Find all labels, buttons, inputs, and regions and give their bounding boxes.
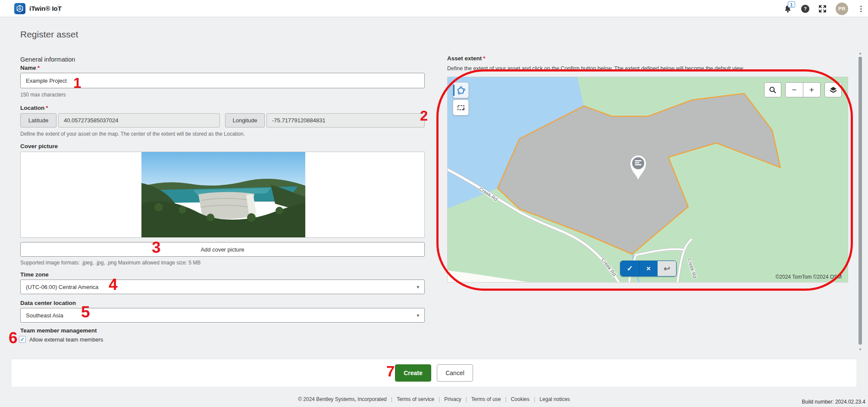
notifications-button[interactable]: 1 bbox=[783, 4, 792, 13]
scrollbar-thumb[interactable] bbox=[859, 57, 862, 345]
timezone-select[interactable]: (UTC-06:00) Central America ▾ bbox=[20, 280, 425, 294]
zoom-out-button[interactable]: − bbox=[786, 83, 803, 97]
layers-icon bbox=[829, 86, 837, 94]
cover-formats-helper: Supported image formats: .jpeg, .jpg, .p… bbox=[20, 260, 201, 266]
map-search-button[interactable] bbox=[764, 82, 781, 97]
more-menu-button[interactable]: ⋮ bbox=[857, 5, 865, 12]
longitude-value: -75.71779120884831 bbox=[266, 113, 425, 127]
longitude-label: Longitude bbox=[225, 113, 265, 127]
team-management-label: Team member management bbox=[20, 327, 97, 334]
name-label: Name* bbox=[20, 65, 40, 71]
datacenter-label: Data center location bbox=[20, 300, 76, 306]
annotation-6: 6 bbox=[9, 330, 18, 346]
question-icon: ? bbox=[804, 6, 807, 11]
page-title: Register asset bbox=[20, 29, 78, 40]
required-asterisk: * bbox=[483, 55, 485, 62]
annotation-7: 7 bbox=[386, 364, 395, 379]
cover-photo-dam-image bbox=[141, 152, 305, 237]
footer-link-legal-notices[interactable]: Legal notices bbox=[539, 396, 570, 402]
action-bar: Create Cancel bbox=[12, 359, 856, 387]
annotation-2: 2 bbox=[420, 109, 428, 123]
asset-extent-label: Asset extent* bbox=[447, 55, 486, 62]
required-asterisk: * bbox=[38, 65, 40, 71]
map-layers-button[interactable] bbox=[824, 82, 842, 97]
itwin-logo-icon[interactable] bbox=[14, 3, 25, 14]
latitude-value: 40.057273585037024 bbox=[58, 113, 220, 127]
allow-external-label: Allow external team members bbox=[29, 336, 103, 343]
extent-confirm-group: ✓ × ↩ bbox=[620, 261, 677, 277]
extent-undo-button[interactable]: ↩ bbox=[658, 261, 676, 276]
annotation-4: 4 bbox=[109, 277, 118, 292]
annotation-1: 1 bbox=[73, 76, 81, 90]
timezone-value: (UTC-06:00) Central America bbox=[26, 284, 98, 290]
asset-extent-helper: Define the extent of your asset and clic… bbox=[447, 65, 744, 71]
copyright-text: © 2024 Bentley Systems, Incorporated bbox=[298, 396, 387, 402]
cover-picture-label: Cover picture bbox=[20, 143, 58, 149]
timezone-label: Time zone bbox=[20, 271, 49, 278]
scroll-up-icon[interactable]: ▲ bbox=[857, 51, 863, 55]
search-icon bbox=[769, 86, 777, 94]
create-button[interactable]: Create bbox=[395, 364, 431, 382]
cover-picture-box bbox=[20, 152, 425, 238]
build-number: Build number: 2024.02.23.4 bbox=[802, 399, 865, 405]
zoom-in-button[interactable]: + bbox=[803, 83, 821, 97]
footer-link-terms-of-service[interactable]: Terms of service bbox=[397, 396, 434, 402]
annotation-3: 3 bbox=[152, 239, 161, 255]
map-canvas[interactable]: Creek Rd Creek Rd Creek Rd bbox=[448, 77, 848, 283]
map-zoom-control: − + bbox=[785, 82, 821, 97]
extent-cancel-button[interactable]: × bbox=[639, 261, 658, 276]
add-cover-picture-button[interactable]: Add cover picture bbox=[20, 242, 425, 257]
avatar[interactable]: PR bbox=[836, 3, 848, 15]
help-button[interactable]: ? bbox=[801, 5, 809, 13]
footer-link-terms-of-use[interactable]: Terms of use bbox=[471, 396, 501, 402]
page-footer: © 2024 Bentley Systems, Incorporated | T… bbox=[0, 387, 868, 407]
scroll-down-icon[interactable]: ▼ bbox=[857, 348, 863, 351]
allow-external-checkbox[interactable]: ✓ bbox=[19, 336, 26, 343]
location-helper: Define the extent of your asset on the m… bbox=[20, 131, 245, 137]
app-title: iTwin® IoT bbox=[29, 5, 62, 12]
datacenter-value: Southeast Asia bbox=[26, 312, 63, 319]
name-helper: 150 max characters bbox=[20, 92, 66, 98]
draw-polygon-tool-button[interactable] bbox=[453, 82, 469, 98]
chevron-down-icon: ▾ bbox=[417, 284, 419, 290]
footer-link-privacy[interactable]: Privacy bbox=[444, 396, 461, 402]
polygon-icon bbox=[457, 86, 465, 95]
extent-confirm-button[interactable]: ✓ bbox=[620, 261, 639, 276]
vertical-scrollbar[interactable]: ▲ ▼ bbox=[857, 51, 863, 351]
location-label: Location* bbox=[20, 105, 48, 111]
asset-extent-map[interactable]: Creek Rd Creek Rd Creek Rd bbox=[447, 77, 848, 283]
annotation-5: 5 bbox=[81, 304, 90, 320]
footer-link-cookies[interactable]: Cookies bbox=[511, 396, 530, 402]
draw-rectangle-tool-button[interactable] bbox=[453, 99, 469, 115]
chevron-down-icon: ▾ bbox=[417, 313, 419, 318]
cancel-button[interactable]: Cancel bbox=[437, 364, 473, 382]
fullscreen-button[interactable] bbox=[818, 5, 827, 13]
marquee-rectangle-icon bbox=[457, 103, 465, 112]
header-divider bbox=[59, 3, 59, 14]
checkmark-icon: ✓ bbox=[20, 336, 25, 342]
section-general-information: General information bbox=[20, 56, 75, 63]
map-attribution: ©2024 TomTom ©2024 OSM bbox=[775, 274, 842, 280]
notification-badge: 1 bbox=[788, 1, 795, 8]
app-header: iTwin® IoT 1 ? PR ⋮ bbox=[0, 0, 868, 17]
latitude-label: Latitude bbox=[20, 113, 56, 127]
required-asterisk: * bbox=[46, 105, 48, 111]
